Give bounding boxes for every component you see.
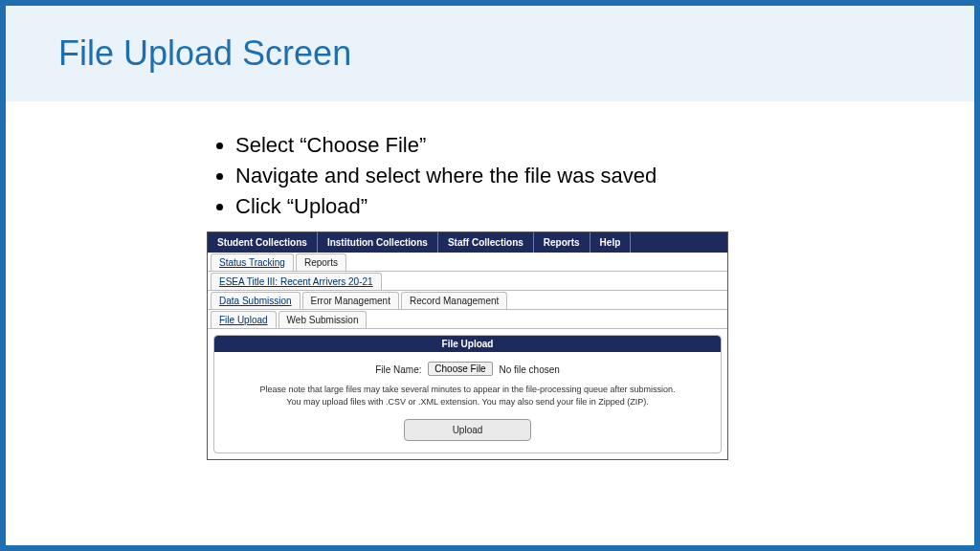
nav-help[interactable]: Help [590,232,632,253]
tab-reports[interactable]: Reports [296,253,346,271]
nav-reports[interactable]: Reports [534,232,590,253]
nav-staff-collections[interactable]: Staff Collections [438,232,534,253]
tab-error-management[interactable]: Error Management [302,292,399,309]
top-navbar: Student Collections Institution Collecti… [208,232,727,253]
list-item: Navigate and select where the file was s… [235,161,974,191]
note-line-1: Please note that large files may take se… [259,385,675,394]
note-line-2: You may upload files with .CSV or .XML e… [286,397,649,407]
tab-esea-title-iii[interactable]: ESEA Title III: Recent Arrivers 20-21 [211,273,382,290]
tab-web-submission[interactable]: Web Submission [278,311,368,328]
panel-body: File Name: Choose File No file chosen Pl… [214,352,721,452]
page-title: File Upload Screen [58,33,351,74]
slide-body: Select “Choose File” Navigate and select… [6,101,974,460]
upload-button[interactable]: Upload [404,419,532,441]
list-item: Select “Choose File” [235,130,974,161]
tab-data-submission[interactable]: Data Submission [211,292,301,309]
nav-student-collections[interactable]: Student Collections [208,232,318,253]
file-name-label: File Name: [375,364,421,375]
tab-record-management[interactable]: Record Management [401,292,507,309]
tab-file-upload[interactable]: File Upload [211,311,277,328]
file-row: File Name: Choose File No file chosen [234,362,702,376]
tab-row-4: File Upload Web Submission [208,310,727,329]
upload-note: Please note that large files may take se… [234,384,702,409]
file-upload-panel: File Upload File Name: Choose File No fi… [213,335,722,453]
tab-status-tracking[interactable]: Status Tracking [211,253,294,271]
panel-header: File Upload [214,336,721,352]
tab-row-1: Status Tracking Reports [208,253,727,272]
instruction-list: Select “Choose File” Navigate and select… [207,130,974,222]
tab-row-2: ESEA Title III: Recent Arrivers 20-21 [208,272,727,291]
choose-file-button[interactable]: Choose File [428,362,492,376]
title-bar: File Upload Screen [6,6,974,101]
nav-institution-collections[interactable]: Institution Collections [318,232,438,253]
app-screenshot: Student Collections Institution Collecti… [207,231,728,460]
slide-frame: File Upload Screen Select “Choose File” … [0,0,980,551]
list-item: Click “Upload” [235,191,974,222]
no-file-chosen-text: No file chosen [499,364,559,375]
tab-row-3: Data Submission Error Management Record … [208,291,727,310]
